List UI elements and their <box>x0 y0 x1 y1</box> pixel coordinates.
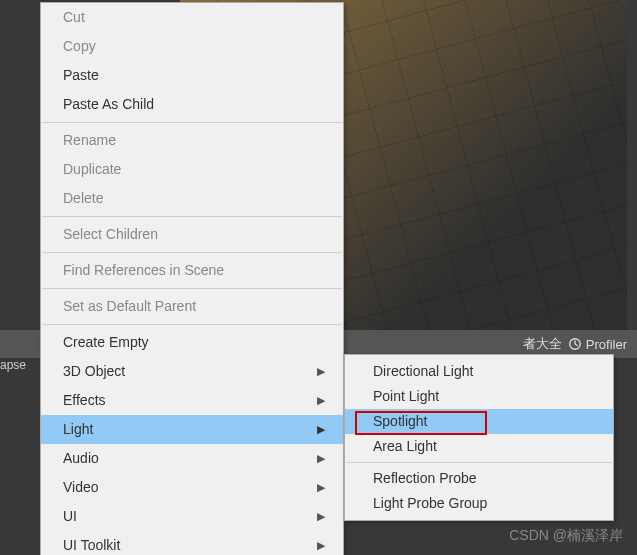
profiler-button[interactable]: Profiler <box>568 337 627 352</box>
menu-separator <box>42 324 342 325</box>
svg-line-2 <box>575 344 578 346</box>
menu-3d-object[interactable]: 3D Object▶ <box>41 357 343 386</box>
text-fragment: apse <box>0 358 26 372</box>
menu-select-children[interactable]: Select Children <box>41 220 343 249</box>
submenu-spotlight[interactable]: Spotlight <box>345 409 613 434</box>
profiler-icon <box>568 337 582 351</box>
submenu-light-probe-group[interactable]: Light Probe Group <box>345 491 613 516</box>
menu-delete[interactable]: Delete <box>41 184 343 213</box>
menu-duplicate[interactable]: Duplicate <box>41 155 343 184</box>
chevron-right-icon: ▶ <box>317 363 325 380</box>
submenu-directional-light[interactable]: Directional Light <box>345 359 613 384</box>
menu-separator <box>42 122 342 123</box>
submenu-reflection-probe[interactable]: Reflection Probe <box>345 466 613 491</box>
menu-separator <box>42 216 342 217</box>
profiler-label: Profiler <box>586 337 627 352</box>
context-menu[interactable]: Cut Copy Paste Paste As Child Rename Dup… <box>40 2 344 555</box>
submenu-point-light[interactable]: Point Light <box>345 384 613 409</box>
toolbar-label-cn[interactable]: 者大全 <box>523 335 562 353</box>
chevron-right-icon: ▶ <box>317 508 325 525</box>
menu-paste[interactable]: Paste <box>41 61 343 90</box>
menu-ui[interactable]: UI▶ <box>41 502 343 531</box>
light-submenu[interactable]: Directional Light Point Light Spotlight … <box>344 354 614 521</box>
menu-rename[interactable]: Rename <box>41 126 343 155</box>
chevron-right-icon: ▶ <box>317 450 325 467</box>
chevron-right-icon: ▶ <box>317 537 325 554</box>
chevron-right-icon: ▶ <box>317 392 325 409</box>
chevron-right-icon: ▶ <box>317 421 325 438</box>
menu-paste-as-child[interactable]: Paste As Child <box>41 90 343 119</box>
menu-light[interactable]: Light▶ <box>41 415 343 444</box>
menu-separator <box>42 252 342 253</box>
menu-separator <box>42 288 342 289</box>
menu-separator <box>346 462 612 463</box>
menu-find-references[interactable]: Find References in Scene <box>41 256 343 285</box>
menu-video[interactable]: Video▶ <box>41 473 343 502</box>
watermark: CSDN @楠溪泽岸 <box>509 527 623 545</box>
menu-copy[interactable]: Copy <box>41 32 343 61</box>
menu-audio[interactable]: Audio▶ <box>41 444 343 473</box>
chevron-right-icon: ▶ <box>317 479 325 496</box>
menu-cut[interactable]: Cut <box>41 3 343 32</box>
menu-set-default-parent[interactable]: Set as Default Parent <box>41 292 343 321</box>
menu-effects[interactable]: Effects▶ <box>41 386 343 415</box>
submenu-area-light[interactable]: Area Light <box>345 434 613 459</box>
menu-create-empty[interactable]: Create Empty <box>41 328 343 357</box>
menu-ui-toolkit[interactable]: UI Toolkit▶ <box>41 531 343 555</box>
